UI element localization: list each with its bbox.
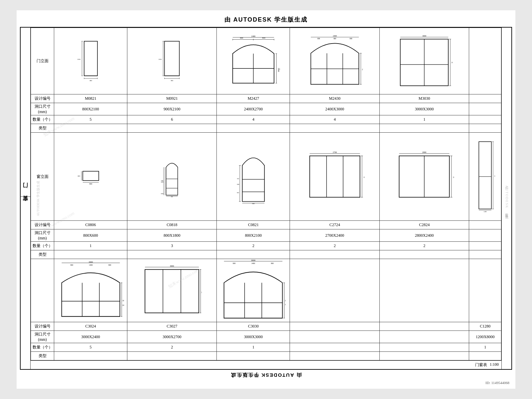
door-qty-0: 5 xyxy=(54,115,127,124)
win2-qty-2: 1 xyxy=(217,343,290,352)
win2-type-label: 类型 xyxy=(31,352,54,360)
win2-drawing-label xyxy=(31,259,54,322)
door-type-0 xyxy=(54,124,127,133)
id-badge: ID: 1149544068 xyxy=(20,380,512,385)
win1-size-4: 2800X2400 xyxy=(379,229,469,242)
svg-rect-118 xyxy=(145,270,199,313)
window-c0821-drawing: 2100 1700 1900 800 xyxy=(217,133,290,221)
scale-value: 1:100 xyxy=(490,362,499,368)
svg-text:800: 800 xyxy=(252,203,255,204)
win2-size-5: 1200X8000 xyxy=(469,331,501,343)
svg-text:2200: 2200 xyxy=(285,300,286,302)
door-m2430-drawing: 2400 800 800 800 2700 xyxy=(290,28,379,94)
win2-qty-label: 数量（个） xyxy=(31,343,54,352)
win1-qty-5 xyxy=(469,242,501,250)
win2-size-2: 3000X3000 xyxy=(217,331,290,343)
quantity-label: 数量（个） xyxy=(31,115,54,124)
win2-c1280-ref xyxy=(469,259,501,322)
svg-text:2400: 2400 xyxy=(453,176,454,178)
door-size-2: 2400X2700 xyxy=(217,103,290,115)
win2-type-3 xyxy=(290,352,379,360)
svg-text:800: 800 xyxy=(271,262,274,264)
win-quantity-label: 数量（个） xyxy=(31,242,54,250)
svg-text:800: 800 xyxy=(333,38,336,40)
door-size-3: 2400X3000 xyxy=(290,103,379,115)
svg-text:1600: 1600 xyxy=(161,180,163,182)
window-elevation-label: 窗立面 xyxy=(31,133,54,221)
win2-type-1 xyxy=(127,352,217,360)
win2-opening-label: 洞口尺寸 (mm) xyxy=(31,331,54,343)
win2-empty-2 xyxy=(379,259,469,322)
win2-empty-1 xyxy=(290,259,379,322)
opening-label: 洞口尺寸 (mm) xyxy=(31,103,54,115)
win1-qty-0: 1 xyxy=(54,242,127,250)
svg-text:1900: 1900 xyxy=(237,192,239,194)
svg-rect-56 xyxy=(83,171,99,181)
win1-type-4 xyxy=(379,250,469,259)
win-type-label: 类型 xyxy=(31,250,54,259)
win1-id-4: C2824 xyxy=(379,221,469,229)
header-title: 由 AUTODESK 学生版生成 xyxy=(20,14,512,27)
svg-text:3000: 3000 xyxy=(422,35,426,37)
door-m3030-drawing: 3000 3000 xyxy=(379,28,469,94)
svg-text:1700: 1700 xyxy=(237,178,239,180)
svg-text:2400: 2400 xyxy=(363,176,365,178)
door-qty-1: 6 xyxy=(127,115,217,124)
win1-size-3: 2700X2400 xyxy=(290,229,379,242)
win2-id-0: C3024 xyxy=(54,322,127,331)
scale-label: 门窗表 xyxy=(475,362,487,368)
win2-design-no-label: 设计编号 xyxy=(31,322,54,331)
win2-type-2 xyxy=(217,352,290,360)
left-section-label-door: 门 xyxy=(21,187,30,197)
door-type-5 xyxy=(469,124,501,133)
design-no-label: 设计编号 xyxy=(31,94,54,103)
win1-qty-2: 2 xyxy=(217,242,290,250)
svg-text:800: 800 xyxy=(89,80,92,81)
svg-text:2400: 2400 xyxy=(333,35,337,37)
svg-text:2100: 2100 xyxy=(77,59,80,60)
door-id-5 xyxy=(469,94,501,103)
right-watermark: 由 AUTODESK 学生版生成 xyxy=(504,183,509,213)
footer-bottom-title: 由 AUTODESK 学生版生成 xyxy=(20,370,512,380)
door-qty-5 xyxy=(469,115,501,124)
door-empty-drawing xyxy=(469,28,501,94)
door-type-4 xyxy=(379,124,469,133)
type-label-door: 类型 xyxy=(31,124,54,133)
page: 由 AUTODESK 学生版生成 门 窗 AUTODESK 学生版生成 门立面 xyxy=(17,10,515,389)
svg-text:800: 800 xyxy=(108,264,111,266)
win2-size-3 xyxy=(290,331,379,343)
win-design-no-label: 设计编号 xyxy=(31,221,54,229)
win2-type-5 xyxy=(469,352,501,360)
win2-size-1: 3000X2700 xyxy=(127,331,217,343)
door-qty-3: 4 xyxy=(290,115,379,124)
door-m0821-drawing: 2100 800 xyxy=(54,28,127,94)
door-qty-4: 1 xyxy=(379,115,469,124)
door-type-1 xyxy=(127,124,217,133)
left-section-label-window: 窗 xyxy=(21,200,30,209)
svg-text:2700: 2700 xyxy=(362,68,363,70)
win1-id-3: C2724 xyxy=(290,221,379,229)
svg-text:800: 800 xyxy=(349,38,352,40)
win1-type-3 xyxy=(290,250,379,259)
win2-id-5: C1280 xyxy=(469,322,501,331)
door-size-5 xyxy=(469,103,501,115)
win2-id-4 xyxy=(379,322,469,331)
window-c0806-drawing: 800 600 xyxy=(54,133,127,221)
win1-size-0: 800X600 xyxy=(54,229,127,242)
window-c3024-drawing: 3000 800 1400 800 1600 2400 xyxy=(54,259,127,322)
svg-rect-0 xyxy=(84,41,97,76)
win1-size-2: 800X2100 xyxy=(217,229,290,242)
svg-text:800: 800 xyxy=(171,196,173,198)
win1-qty-4: 2 xyxy=(379,242,469,250)
win1-type-2 xyxy=(217,250,290,259)
win2-id-3 xyxy=(290,322,379,331)
door-size-1: 900X2100 xyxy=(127,103,217,115)
window-c1280-drawing: 8000 1200 xyxy=(469,133,501,221)
door-id-4: M3030 xyxy=(379,94,469,103)
win1-qty-3: 2 xyxy=(290,242,379,250)
win1-type-0 xyxy=(54,250,127,259)
window-c2824-drawing: 2800 2400 xyxy=(379,133,469,221)
door-size-4: 3000X3000 xyxy=(379,103,469,115)
win2-qty-3 xyxy=(290,343,379,352)
svg-text:3000: 3000 xyxy=(251,260,256,261)
